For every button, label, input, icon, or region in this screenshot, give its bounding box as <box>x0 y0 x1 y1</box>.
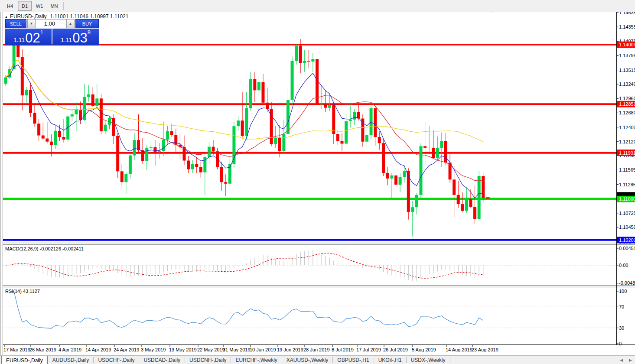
candle-body <box>461 204 464 211</box>
candle-body <box>436 148 439 158</box>
buy-button[interactable]: BUY <box>75 19 99 28</box>
rsi-indicator-label: RSI(14) 43.1127 <box>5 289 40 294</box>
candle-body <box>457 195 460 204</box>
level-label-1.10201-text: 1.10201 <box>619 237 635 243</box>
candle-body <box>25 90 28 95</box>
symbol-tab-usdcnh[interactable]: USDCNH-,Daily <box>185 356 231 364</box>
sell-price-main: 02 <box>25 32 40 44</box>
symbol-tab-gbpusd[interactable]: GBPUSD-,H1 <box>333 356 373 364</box>
symbol-tab-ukoil[interactable]: UKOil-,H1 <box>374 356 406 364</box>
sell-button[interactable]: SELL <box>5 19 26 28</box>
candle-body <box>124 174 127 182</box>
time-tick-label: 5 Aug 2019 <box>412 347 436 352</box>
tabs-scroll-left-button[interactable]: ◀ <box>617 358 626 362</box>
candle-body <box>46 139 49 142</box>
candle-body <box>328 105 331 108</box>
candle-body <box>411 207 414 212</box>
price-tick-label: 1.10725 <box>619 211 635 216</box>
rsi-tick-label: 100 <box>619 289 627 294</box>
symbol-tab-bar: EURUSD-,DailyAUDUSD-,DailyUSDCHF-,DailyU… <box>0 355 635 364</box>
price-tick-label: 1.11285 <box>619 182 635 187</box>
candle-body <box>399 177 402 185</box>
symbol-tab-eurchf[interactable]: EURCHF-,Weekly <box>231 356 281 364</box>
chart-symbol-label: EURUSD-,Daily <box>10 13 47 20</box>
candle-body <box>220 167 223 182</box>
candle-body <box>345 121 348 143</box>
time-tick-label: 26 Jul 2019 <box>383 347 408 352</box>
time-tick-label: 19 Jun 2019 <box>277 347 303 352</box>
candle-body <box>469 199 472 207</box>
candle-body <box>382 143 385 173</box>
candle-body <box>237 120 240 126</box>
timeframe-button-d1[interactable]: D1 <box>18 1 32 11</box>
candle-body <box>199 167 202 172</box>
sell-price-quote[interactable]: 1.11 02 1 <box>5 29 52 46</box>
candle-body <box>428 148 431 148</box>
candle-body <box>212 147 215 152</box>
time-tick-label: 26 Mar 2019 <box>29 347 56 352</box>
macd-tick-label: 0.00 <box>619 263 628 268</box>
time-tick-label: 8 Jul 2019 <box>332 347 354 352</box>
symbol-tab-usdcad[interactable]: USDCAD-,Daily <box>139 356 185 364</box>
candle-body <box>50 142 53 145</box>
symbol-tab-usdx[interactable]: USDX-,Weekly <box>407 356 450 364</box>
price-tick-label: 1.12960 <box>619 96 635 101</box>
candle-body <box>191 164 194 169</box>
candle-body <box>349 120 352 121</box>
time-tick-label: 31 May 2019 <box>223 347 251 352</box>
candle-body <box>29 90 32 113</box>
time-tick-label: 4 Apr 2019 <box>59 347 81 352</box>
candle-body <box>407 171 410 212</box>
candle-body <box>444 141 447 163</box>
candle-body <box>274 137 277 144</box>
chart-title: ▲EURUSD-,Daily1.11001 1.11046 1.10997 1.… <box>4 13 128 20</box>
timeframe-button-w1[interactable]: W1 <box>33 1 46 11</box>
candle-body <box>58 131 61 137</box>
candle-body <box>150 147 153 148</box>
candle-body <box>95 98 98 106</box>
time-tick-label: 14 Apr 2019 <box>85 347 111 352</box>
timeframe-button-h4[interactable]: H4 <box>3 1 17 11</box>
candle-body <box>195 164 198 167</box>
rsi-tick-label: 0 <box>619 341 622 346</box>
symbol-tab-eurusd[interactable]: EURUSD-,Daily <box>1 356 48 364</box>
time-tick-label: 10 Jun 2019 <box>250 347 276 352</box>
candle-body <box>440 141 443 148</box>
tabs-scroll-right-button[interactable]: ▶ <box>626 358 635 362</box>
candle-body <box>71 114 74 117</box>
buy-price-quote[interactable]: 1.11 03 8 <box>52 29 99 46</box>
candle-body <box>278 137 281 151</box>
rsi-tick-label: 70 <box>619 304 624 309</box>
symbol-tab-usdchf[interactable]: USDCHF-,Daily <box>94 356 139 364</box>
candle-body <box>287 100 290 134</box>
level-label-1.11000-text: 1.11000 <box>619 196 635 202</box>
level-label-1.14009-text: 1.14009 <box>619 42 635 47</box>
volume-increase-button[interactable]: ▲ <box>66 19 75 28</box>
macd-indicator-label: MACD(12,26,9) -0.002126 -0.002411 <box>5 246 84 251</box>
candle-body <box>166 131 169 140</box>
symbol-tab-xauusd[interactable]: XAUUSD-,Weekly <box>282 356 332 364</box>
candle-body <box>153 147 156 152</box>
timeframe-button-mn[interactable]: MN <box>47 1 61 11</box>
candle-body <box>390 176 393 179</box>
candle-body <box>353 112 356 120</box>
time-tick-label: 17 Jul 2019 <box>356 347 381 352</box>
candle-body <box>365 135 368 141</box>
chart-canvas[interactable]: 1.146351.143551.140751.137951.135151.132… <box>0 0 635 364</box>
candle-body <box>257 82 261 90</box>
price-tick-label: 1.12400 <box>619 125 635 130</box>
mt4-window: 1.146351.143551.140751.137951.135151.132… <box>0 0 635 364</box>
candle-body <box>241 120 244 136</box>
candle-body <box>303 61 306 63</box>
candle-body <box>291 61 294 100</box>
symbol-tab-audusd[interactable]: AUDUSD-,Daily <box>48 356 94 364</box>
collapse-arrow-icon[interactable]: ▲ <box>4 15 8 19</box>
candle-body <box>332 105 335 134</box>
candle-body <box>170 131 173 135</box>
time-tick-label: 13 May 2019 <box>169 347 197 352</box>
volume-input[interactable]: 1.00 <box>36 19 66 28</box>
sell-price-pip: 1 <box>40 29 43 35</box>
candle-body <box>386 173 389 179</box>
time-tick-label: 24 Apr 2019 <box>114 347 139 352</box>
volume-decrease-button[interactable]: ▼ <box>27 19 36 28</box>
